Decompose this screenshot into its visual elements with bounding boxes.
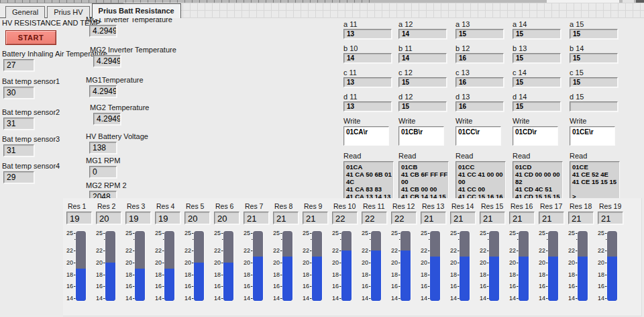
gauge-scale-label: 22 [303,248,309,254]
left-field-bat-temp-sensor4: Bat temp sensor429 [2,162,89,183]
gauge-scale-label: 25 [450,230,457,236]
matrix-cell-label: a 14 [513,20,565,28]
matrix-cell-label: b 12 [455,44,508,52]
gauge-scale-label: 18 [214,272,221,278]
gauge-scale-label: 18 [96,272,103,278]
gauge-scale-label: 14 [184,296,191,302]
gauge-scale-label: 25 [539,230,545,236]
res-label: Res 12 [392,202,419,210]
start-button[interactable]: START [5,30,56,45]
matrix-cell-c-12: c 1215 [398,69,451,87]
gauge-scale-label: 16 [155,283,162,289]
gauge-scale-label: 20 [421,260,427,266]
res-res-2: Res 220 [94,202,123,224]
gauge-scale-label: 16 [421,283,427,289]
gauge-scale: 252220181614 [271,231,282,301]
res-value: 20 [214,212,239,224]
gauge-bar [76,231,86,301]
matrix-cell-b-13: b 1315 [513,44,565,63]
gauge-fill [105,263,115,301]
field-label: HV Battery Voltage [86,132,180,140]
res-value: 20 [184,212,210,224]
tab-general[interactable]: General [5,6,45,18]
gauge-scale-label: 18 [155,272,162,278]
gauge-fill [76,269,86,301]
gauge-scale-label: 22 [96,248,103,254]
res-label: Res 3 [127,202,153,210]
res-value: 21 [450,212,476,224]
gauge-scale-label: 22 [391,248,398,254]
gauge-res-16: 252220181614 [507,231,537,305]
matrix-cell-a-14: a 1415 [513,20,565,39]
tab-prius-hv[interactable]: Prius HV [47,6,89,18]
read-label: Read [398,152,451,160]
gauge-scale-label: 14 [421,296,427,302]
gauge-scale-label: 20 [155,260,162,266]
write-input[interactable]: 01CE\r [570,126,615,146]
gauge-scale-label: 18 [303,272,309,278]
read-output: 01CE 41 CE 52 4E 41 CE 15 15 15 > [570,161,620,201]
gauge-scale-label: 16 [273,283,280,289]
gauge-res-8: 252220181614 [271,231,301,305]
res-label: Res 15 [481,202,507,210]
matrix-cell-a-12: a 1214 [398,20,451,39]
gauge-fill [489,257,499,301]
read-label: Read [570,152,622,160]
field-label: Bat temp sensor2 [2,108,89,116]
res-value: 21 [568,212,594,224]
gauge-scale-label: 16 [96,283,103,289]
gauge-scale-label: 18 [332,272,339,278]
gauge-scale-label: 20 [66,260,73,266]
write-input[interactable]: 01CC\r [455,126,501,146]
gauge-scale-label: 14 [125,296,132,302]
matrix-cell-label: b 14 [570,44,622,52]
gauge-bar [194,231,204,301]
gauge-scale-label: 14 [273,296,280,302]
gauge-scale-label: 20 [273,260,280,266]
gauge-scale-label: 18 [421,272,427,278]
field-label: MG1Temperature [86,76,180,84]
matrix-cell-value: 15 [513,53,561,63]
gauge-fill [253,257,263,301]
matrix-cell-label: d 14 [513,93,565,101]
matrix-cell-label: a 15 [570,20,622,28]
gauge-scale-label: 16 [480,283,486,289]
matrix-cell-value: 13 [343,101,392,111]
res-res-15: Res 1521 [478,202,507,224]
gauge-scale-label: 18 [598,272,604,278]
gauge-scale-label: 22 [125,248,132,254]
gauge-fill [519,257,529,301]
gauge-scale-label: 16 [450,283,457,289]
gauge-scale-label: 16 [362,283,368,289]
matrix-cell-value [570,101,618,111]
read-label: Read [455,152,508,160]
gauge-scale-label: 20 [598,260,604,266]
tab-prius-batt-resistance[interactable]: Prius Batt Resistance [92,3,181,18]
matrix-cell-value: 15 [570,53,618,63]
gauge-scale-label: 14 [332,296,339,302]
write-label: Write [343,117,396,125]
gauge-res-18: 252220181614 [566,231,596,305]
matrix-cell-value: 13 [343,29,392,39]
gauge-scale-label: 14 [450,296,457,302]
gauge-res-10: 252220181614 [330,231,360,305]
res-res-5: Res 520 [182,202,212,224]
gauge-res-11: 252220181614 [360,231,389,305]
res-label: Res 5 [186,202,212,210]
gauge-scale-label: 22 [421,248,427,254]
res-res-1: Res 119 [64,202,94,224]
gauge-fill [371,251,381,301]
write-input[interactable]: 01CA\r [343,126,389,146]
gauge-scale-label: 20 [568,260,575,266]
write-input[interactable]: 01CD\r [513,126,558,146]
gauge-fill [460,257,470,301]
matrix-cell-a-11: a 1113 [343,20,396,39]
gauge-bar [460,231,470,301]
gauge-res-12: 252220181614 [389,231,419,305]
gauge-scale: 252220181614 [448,231,460,301]
gauge-scale-label: 22 [539,248,545,254]
gauge-res-9: 252220181614 [301,231,330,305]
matrix-cell-label: b 13 [513,44,565,52]
write-input[interactable]: 01CB\r [398,126,444,146]
gauge-scale-label: 25 [273,230,280,236]
